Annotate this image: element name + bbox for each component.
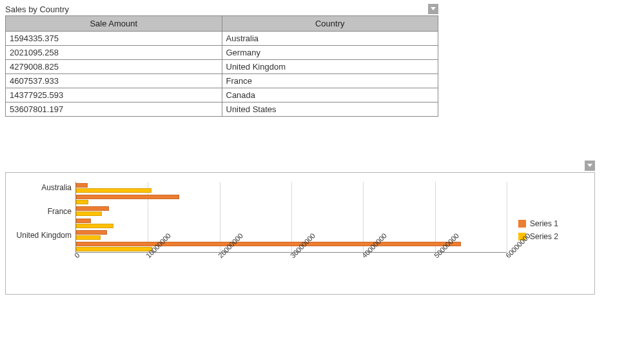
bar-series1[interactable] [76, 206, 109, 211]
table-row[interactable]: 2021095.258Germany [6, 46, 438, 60]
table-row[interactable]: 1594335.375Australia [6, 32, 438, 46]
cell-sale-amount: 2021095.258 [6, 46, 222, 60]
bar-series2[interactable] [76, 224, 113, 228]
bar-series2[interactable] [76, 235, 101, 240]
cell-country: Australia [222, 32, 438, 46]
cell-sale-amount: 1594335.375 [6, 32, 222, 46]
bar-series2[interactable] [76, 247, 152, 251]
cell-country: Germany [222, 46, 438, 60]
cell-country: United Kingdom [222, 60, 438, 74]
legend-swatch [518, 220, 526, 228]
table-title: Sales by Country [5, 5, 69, 14]
cell-sale-amount: 4279008.825 [6, 60, 222, 74]
cell-sale-amount: 14377925.593 [6, 88, 222, 102]
chevron-down-icon [587, 164, 592, 168]
legend-label: Series 1 [530, 219, 558, 228]
y-tick-label: France [48, 207, 72, 216]
cell-sale-amount: 53607801.197 [6, 102, 222, 117]
bar-series1[interactable] [76, 183, 88, 188]
chart-options-button[interactable] [585, 161, 595, 171]
bar-series2[interactable] [76, 200, 88, 204]
chart-plot-area: AustraliaFranceUnited Kingdom 0100000002… [11, 178, 507, 282]
chevron-down-icon [431, 7, 436, 11]
bar-series1[interactable] [76, 242, 461, 246]
table-options-button[interactable] [428, 4, 438, 14]
grid-line [507, 182, 507, 252]
table-row[interactable]: 53607801.197United States [6, 102, 438, 117]
cell-country: United States [222, 102, 438, 117]
cell-country: Canada [222, 88, 438, 102]
col-header-country[interactable]: Country [222, 16, 438, 32]
legend-item[interactable]: Series 1 [518, 219, 589, 228]
bar-series1[interactable] [76, 195, 179, 199]
table-row[interactable]: 4607537.933France [6, 74, 438, 88]
legend-label: Series 2 [530, 232, 558, 241]
cell-sale-amount: 4607537.933 [6, 74, 222, 88]
col-header-sale-amount[interactable]: Sale Amount [6, 16, 222, 32]
bar-series2[interactable] [76, 188, 151, 193]
sales-table: Sale Amount Country 1594335.375Australia… [5, 15, 438, 117]
table-row[interactable]: 14377925.593Canada [6, 88, 438, 102]
table-row[interactable]: 4279008.825United Kingdom [6, 60, 438, 74]
chart-panel: AustraliaFranceUnited Kingdom 0100000002… [5, 172, 595, 295]
bar-series1[interactable] [76, 230, 107, 235]
cell-country: France [222, 74, 438, 88]
bar-series2[interactable] [76, 211, 102, 216]
y-tick-label: United Kingdom [17, 231, 72, 240]
chart-legend: Series 1Series 2 [518, 215, 589, 245]
bar-series1[interactable] [76, 219, 91, 223]
y-tick-label: Australia [41, 183, 72, 192]
